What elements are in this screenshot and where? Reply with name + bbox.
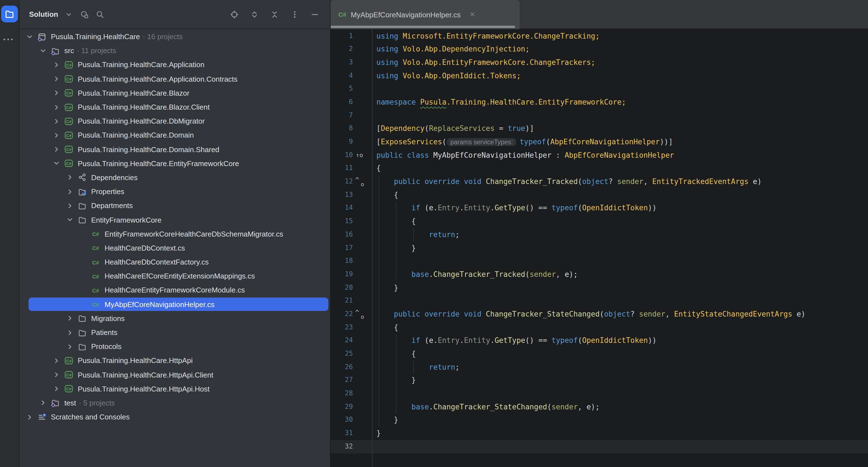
code-line[interactable]: 22^o public override void ChangeTracker_… — [331, 308, 868, 321]
tree-item[interactable]: EntityFrameworkCore — [20, 213, 330, 227]
code-line[interactable]: 9[ExposeServices(params serviceTypes:typ… — [331, 135, 868, 149]
line-number[interactable]: 4 — [331, 69, 353, 82]
tree-item[interactable]: Departments — [20, 199, 330, 213]
line-number[interactable]: 27 — [331, 374, 353, 387]
chevron-expanded-icon[interactable] — [25, 32, 34, 41]
line-number[interactable]: 13 — [331, 188, 353, 201]
tree-item[interactable]: C#Pusula.Training.HealthCare.Application… — [20, 72, 330, 86]
tree-item[interactable]: Patients — [20, 325, 330, 340]
overridden-member-marker-icon[interactable]: ↑o — [354, 149, 371, 162]
line-number[interactable]: 17 — [331, 241, 353, 254]
code-line[interactable]: 8[Dependency(ReplaceServices = true)] — [331, 122, 868, 135]
code-line[interactable]: 14 if (e.Entry.Entity.GetType() == typeo… — [331, 201, 868, 215]
code-line[interactable]: 24 if (e.Entry.Entity.GetType() == typeo… — [331, 334, 868, 347]
tree-item[interactable]: C#Pusula.Training.HealthCare.Domain.Shar… — [20, 142, 330, 156]
line-number[interactable]: 1 — [331, 29, 353, 42]
chevron-collapsed-icon[interactable] — [65, 173, 74, 182]
code-line[interactable]: 23 { — [331, 321, 868, 334]
tree-item[interactable]: C#Pusula.Training.HealthCare.EntityFrame… — [20, 156, 330, 170]
line-number[interactable]: 9 — [331, 135, 353, 149]
chevron-collapsed-icon[interactable] — [52, 89, 61, 98]
chevron-collapsed-icon[interactable] — [65, 187, 74, 196]
tree-item[interactable]: C#Pusula.Training.HealthCare.DbMigrator — [20, 114, 330, 128]
code-line[interactable]: 16 return; — [331, 228, 868, 241]
chevron-collapsed-icon[interactable] — [52, 384, 61, 394]
line-number[interactable]: 6 — [331, 96, 353, 109]
chevron-collapsed-icon[interactable] — [52, 117, 61, 126]
overrides-member-marker-icon[interactable]: ^o — [354, 175, 371, 188]
expand-all-icon[interactable] — [250, 10, 259, 19]
locate-target-icon[interactable] — [230, 10, 239, 19]
chevron-collapsed-icon[interactable] — [52, 370, 61, 379]
code-line[interactable]: 13 { — [331, 188, 868, 201]
tree-item[interactable]: C#HealthCareDbContext.cs — [20, 241, 330, 255]
code-line[interactable]: 30 } — [331, 413, 868, 427]
tree-item[interactable]: C#Pusula.Training.HealthCare.Blazor.Clie… — [20, 100, 330, 114]
tree-item[interactable]: Protocols — [20, 340, 330, 353]
editor-tab[interactable]: C# MyAbpEfCoreNavigationHelper.cs ✕ — [331, 0, 520, 29]
collapse-all-icon[interactable] — [270, 10, 279, 19]
code-line[interactable]: 29 base.ChangeTracker_StateChanged(sende… — [331, 400, 868, 413]
line-number[interactable]: 29 — [331, 400, 353, 413]
chevron-collapsed-icon[interactable] — [52, 145, 61, 154]
line-number[interactable]: 5 — [331, 83, 353, 96]
line-number[interactable]: 14 — [331, 201, 353, 215]
code-line[interactable]: 17 } — [331, 241, 868, 254]
chevron-collapsed-icon[interactable] — [65, 342, 74, 351]
tree-item[interactable]: C#Pusula.Training.HealthCare.Domain — [20, 128, 330, 142]
line-number[interactable]: 16 — [331, 228, 353, 241]
tree-item[interactable]: Pusula.Training.HealthCare· 16 projects — [20, 30, 330, 43]
line-number[interactable]: 30 — [331, 413, 353, 427]
chevron-collapsed-icon[interactable] — [52, 60, 61, 69]
line-number[interactable]: 8 — [331, 122, 353, 135]
close-tab-icon[interactable]: ✕ — [469, 11, 475, 19]
code-line[interactable]: 20 } — [331, 281, 868, 294]
chevron-collapsed-icon[interactable] — [65, 201, 74, 210]
line-number[interactable]: 31 — [331, 427, 353, 440]
code-line[interactable]: 21 — [331, 294, 868, 308]
tab-strip-scrollbar[interactable] — [331, 26, 515, 28]
line-number[interactable]: 24 — [331, 334, 353, 347]
code-editor[interactable]: 1using Microsoft.EntityFrameworkCore.Cha… — [331, 29, 868, 467]
chevron-collapsed-icon[interactable] — [39, 399, 48, 407]
tree-item[interactable]: Migrations — [20, 312, 330, 325]
tree-item[interactable]: C#Pusula.Training.HealthCare.Blazor — [20, 86, 330, 100]
line-number[interactable]: 3 — [331, 56, 353, 69]
code-line[interactable]: 5 — [331, 83, 868, 96]
select-opened-file-icon[interactable] — [80, 10, 89, 19]
line-number[interactable]: 7 — [331, 109, 353, 122]
code-line[interactable]: 27 } — [331, 374, 868, 387]
code-line[interactable]: 28 — [331, 387, 868, 400]
line-number[interactable]: 11 — [331, 162, 353, 175]
line-number[interactable]: 15 — [331, 215, 353, 228]
line-number[interactable]: 12 — [331, 175, 353, 188]
chevron-collapsed-icon[interactable] — [52, 356, 61, 365]
tree-item[interactable]: C#EntityFrameworkCoreHealthCareDbSchemaM… — [20, 227, 330, 241]
code-line[interactable]: 4using Volo.Abp.OpenIddict.Tokens; — [331, 69, 868, 82]
more-tool-windows-button[interactable]: ••• — [0, 36, 19, 42]
tree-item[interactable]: C#Pusula.Training.HealthCare.HttpApi.Hos… — [20, 382, 330, 396]
line-number[interactable]: 19 — [331, 268, 353, 281]
code-line[interactable]: 6namespace Pusula.Training.HealthCare.En… — [331, 96, 868, 109]
more-options-icon[interactable] — [290, 10, 299, 19]
code-line[interactable]: 3using Volo.Abp.EntityFrameworkCore.Chan… — [331, 56, 868, 69]
line-number[interactable]: 10 — [331, 149, 353, 162]
code-line[interactable]: 18 — [331, 254, 868, 268]
tree-item[interactable]: Properties — [20, 185, 330, 198]
chevron-collapsed-icon[interactable] — [65, 314, 74, 323]
code-line[interactable]: 10↑opublic class MyAbpEfCoreNavigationHe… — [331, 149, 868, 162]
line-number[interactable]: 2 — [331, 42, 353, 56]
code-line[interactable]: 25 { — [331, 347, 868, 361]
tree-item[interactable]: C#MyAbpEfCoreNavigationHelper.cs — [20, 297, 330, 311]
code-line[interactable]: 1using Microsoft.EntityFrameworkCore.Cha… — [331, 29, 868, 42]
tree-item[interactable]: test· 5 projects — [20, 396, 330, 410]
code-line[interactable]: 32 — [331, 440, 868, 453]
code-line[interactable]: 31} — [331, 427, 868, 440]
code-line[interactable]: 26 return; — [331, 361, 868, 374]
chevron-collapsed-icon[interactable] — [52, 131, 61, 140]
line-number[interactable]: 21 — [331, 294, 353, 308]
tree-item[interactable]: Dependencies — [20, 170, 330, 185]
line-number[interactable]: 28 — [331, 387, 353, 400]
chevron-expanded-icon[interactable] — [39, 46, 48, 55]
code-line[interactable]: 2using Volo.Abp.DependencyInjection; — [331, 42, 868, 56]
